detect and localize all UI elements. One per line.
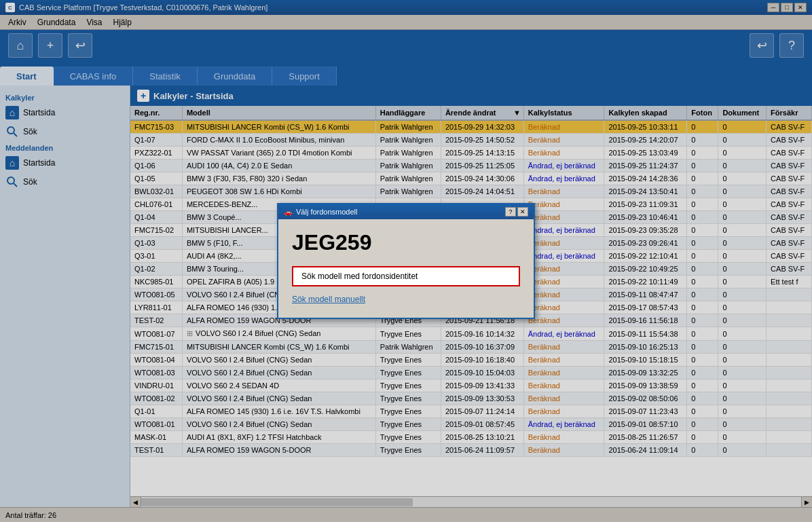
modal-title-icon: 🚗 bbox=[284, 208, 292, 216]
modal-help-button[interactable]: ? bbox=[505, 207, 516, 217]
modal-dialog: 🚗 Välj fordonsmodell ? ✕ JEG259 Sök mode… bbox=[277, 203, 535, 319]
modal-title: Välj fordonsmodell bbox=[296, 208, 358, 216]
modal-reg-number: JEG259 bbox=[292, 230, 520, 255]
modal-manual-link[interactable]: Sök modell manuellt bbox=[292, 292, 520, 307]
modal-body: JEG259 Sök modell med fordonsidentitet S… bbox=[278, 219, 534, 318]
modal-overlay: 🚗 Välj fordonsmodell ? ✕ JEG259 Sök mode… bbox=[0, 0, 812, 522]
modal-titlebar: 🚗 Välj fordonsmodell ? ✕ bbox=[278, 204, 534, 219]
modal-close-button[interactable]: ✕ bbox=[517, 207, 528, 217]
modal-search-identity-button[interactable]: Sök modell med fordonsidentitet bbox=[292, 266, 520, 286]
